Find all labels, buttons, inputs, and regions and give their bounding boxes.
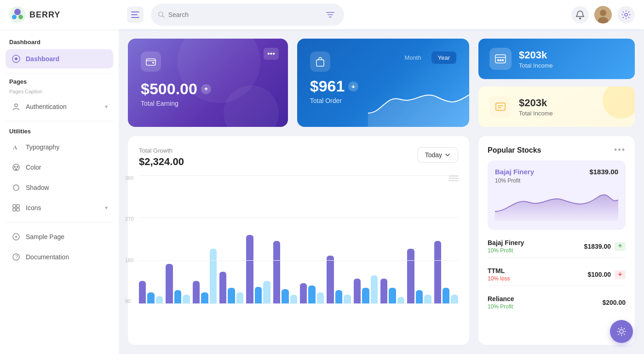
svg-rect-27: [17, 205, 19, 207]
growth-amount: $2,324.00: [139, 156, 184, 168]
bar: [317, 292, 324, 304]
stocks-card: Popular Stocks ••• Bajaj Finery $1839.00…: [478, 136, 635, 345]
sidebar-item-label: Shadow: [26, 184, 49, 191]
sidebar-item-shadow[interactable]: Shadow: [6, 178, 113, 197]
svg-rect-34: [146, 59, 155, 65]
bar: [389, 288, 396, 304]
bar: [424, 295, 431, 304]
bar-group: [273, 189, 297, 304]
featured-stock-name: Bajaj Finery: [495, 168, 534, 176]
gear-icon: [621, 10, 631, 19]
bottom-row: Total Growth $2,324.00 Today: [128, 136, 635, 345]
avatar[interactable]: [594, 6, 612, 23]
fab-button[interactable]: [610, 320, 633, 343]
bar: [246, 235, 253, 304]
sidebar: Dashboard Dashboard Pages Pages Caption …: [0, 29, 119, 354]
dashboard-section-title: Dashboard: [6, 39, 113, 46]
hamburger-icon: [131, 11, 139, 18]
y-label: 270: [125, 216, 133, 222]
svg-rect-6: [131, 17, 139, 18]
toggle-area: Month Year: [398, 51, 456, 64]
svg-rect-28: [13, 208, 16, 211]
sidebar-item-dashboard[interactable]: Dashboard: [6, 49, 113, 69]
bar: [443, 288, 449, 304]
bar: [380, 279, 387, 304]
stock-loss: 10% loss: [488, 275, 510, 282]
svg-rect-26: [13, 205, 16, 207]
bar: [451, 295, 458, 304]
bar-group: [327, 189, 351, 304]
stat-yellow-label: Total Income: [519, 110, 553, 117]
app-header: BERRY: [0, 0, 644, 29]
search-icon: [158, 11, 165, 18]
svg-point-14: [600, 10, 606, 16]
featured-stock-sub: 10% Profit: [495, 177, 618, 184]
stock-profit: 10% Profit: [488, 247, 524, 254]
bar: [219, 272, 226, 304]
stock-badge-down: [615, 270, 626, 279]
bar: [201, 292, 208, 304]
today-label: Today: [425, 151, 442, 159]
shadow-icon: [11, 183, 21, 193]
stat-yellow-amount: $203k: [519, 97, 553, 109]
pages-caption: Pages Caption: [6, 89, 113, 94]
stock-mini-chart: [495, 188, 618, 221]
chevron-down-icon: ▾: [105, 205, 108, 211]
color-icon: [11, 162, 21, 172]
bar-group: [354, 189, 378, 304]
stock-name: Reliance: [488, 295, 514, 303]
svg-rect-41: [502, 59, 504, 61]
settings-button[interactable]: [617, 6, 635, 23]
y-label: 360: [125, 175, 133, 181]
month-toggle[interactable]: Month: [398, 51, 428, 64]
stock-price: $1839.00: [584, 243, 611, 250]
chart-area: 360 270 180 90: [139, 175, 458, 334]
stock-price: $100.00: [587, 271, 611, 278]
svg-point-48: [620, 330, 623, 333]
stock-price: $200.00: [602, 299, 626, 306]
bar: [210, 249, 217, 304]
bar-group: [166, 189, 190, 304]
docs-icon: ?: [11, 252, 21, 262]
svg-rect-5: [131, 14, 138, 15]
svg-rect-39: [497, 59, 499, 61]
stock-name: TTML: [488, 267, 510, 274]
sidebar-item-documentation[interactable]: ? Documentation: [6, 247, 113, 267]
filter-button[interactable]: [324, 7, 337, 22]
svg-point-3: [18, 15, 23, 19]
down-badge: [348, 81, 358, 91]
sidebar-item-icons[interactable]: Icons ▾: [6, 198, 113, 217]
stock-row-reliance: Reliance 10% Profit $200.00: [488, 291, 626, 314]
stock-row-ttml: TTML 10% loss $100.00: [488, 263, 626, 286]
sidebar-item-color[interactable]: Color: [6, 158, 113, 177]
svg-rect-29: [17, 208, 19, 211]
bar: [236, 292, 243, 304]
sidebar-item-sample-page[interactable]: Sample Page: [6, 227, 113, 246]
stock-name: Bajaj Finery: [488, 239, 524, 246]
bar: [434, 241, 441, 304]
svg-rect-40: [500, 59, 501, 61]
featured-stock-price: $1839.00: [589, 168, 618, 176]
sidebar-item-authentication[interactable]: Authentication ▾: [6, 97, 113, 116]
year-toggle[interactable]: Year: [431, 51, 456, 64]
growth-title: Total Growth: [139, 147, 184, 154]
search-input[interactable]: [168, 11, 321, 18]
today-button[interactable]: Today: [417, 147, 458, 163]
svg-point-23: [17, 166, 18, 168]
menu-button[interactable]: [127, 6, 144, 23]
bar-group: [139, 189, 163, 304]
svg-rect-42: [496, 103, 505, 110]
bar: [290, 295, 297, 304]
bar: [362, 288, 369, 304]
sidebar-item-typography[interactable]: A Typography: [6, 137, 113, 157]
stocks-more-button[interactable]: •••: [614, 145, 626, 155]
svg-point-16: [625, 13, 627, 16]
bar: [397, 297, 404, 304]
more-button[interactable]: •••: [264, 48, 279, 60]
featured-stock: Bajaj Finery $1839.00 10% Profit: [488, 160, 626, 230]
svg-rect-35: [152, 62, 154, 63]
up-arrow-icon: [203, 86, 209, 92]
bar-group: [193, 189, 217, 304]
notifications-button[interactable]: [571, 6, 589, 23]
earning-label: Total Earning: [141, 100, 275, 107]
